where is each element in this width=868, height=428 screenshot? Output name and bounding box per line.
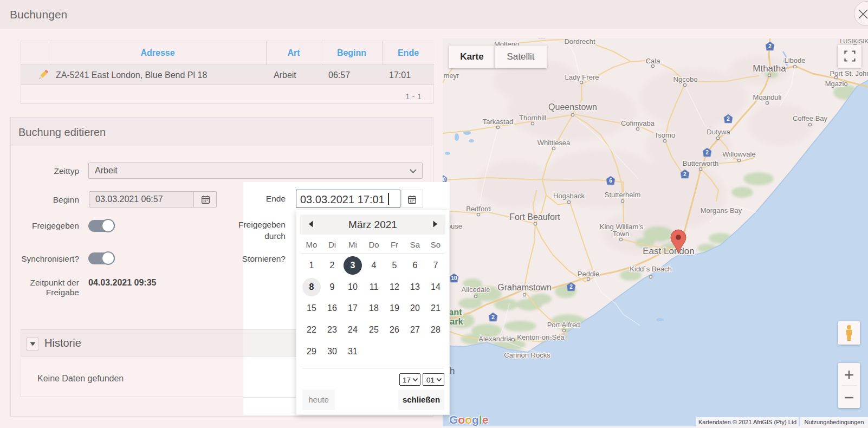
svg-text:2: 2	[683, 171, 686, 177]
svg-text:Tsomo: Tsomo	[655, 131, 675, 139]
svg-text:Dutywa: Dutywa	[707, 128, 730, 136]
svg-text:Tarkastad: Tarkastad	[483, 118, 513, 126]
svg-text:Port Alfred: Port Alfred	[547, 321, 580, 329]
svg-text:2: 2	[491, 314, 495, 320]
svg-text:Alexandria: Alexandria	[478, 335, 512, 343]
svg-text:Whittlesea: Whittlesea	[537, 139, 571, 147]
svg-text:Cannon Rocks: Cannon Rocks	[504, 351, 550, 359]
svg-text:Queenstown: Queenstown	[548, 102, 597, 112]
svg-text:h: h	[450, 366, 455, 376]
svg-text:meyr: meyr	[444, 72, 460, 80]
svg-text:Cofimvaba: Cofimvaba	[621, 119, 655, 127]
svg-text:2: 2	[768, 43, 772, 49]
svg-text:Grahamstown: Grahamstown	[497, 283, 552, 292]
svg-text:2: 2	[569, 284, 573, 290]
svg-text:2: 2	[705, 150, 709, 155]
svg-text:10: 10	[443, 177, 446, 183]
svg-text:Morgans Bay: Morgans Bay	[701, 206, 742, 215]
svg-text:Cala: Cala	[646, 57, 661, 65]
svg-text:Lady Frere: Lady Frere	[565, 73, 599, 81]
svg-text:6: 6	[609, 178, 612, 184]
svg-text:Butterworth: Butterworth	[683, 159, 718, 167]
svg-text:Kidd`s Beach: Kidd`s Beach	[630, 265, 671, 273]
svg-text:Hogsback: Hogsback	[553, 192, 585, 200]
svg-text:Town: Town	[613, 230, 629, 238]
svg-text:Peddie: Peddie	[578, 270, 599, 278]
svg-text:LUSIKISIKI: LUSIKISIKI	[840, 38, 868, 44]
svg-text:Libode: Libode	[784, 56, 805, 64]
svg-text:Thornhill: Thornhill	[519, 114, 546, 122]
svg-text:Willowvale: Willowvale	[722, 150, 755, 158]
svg-text:2: 2	[727, 116, 730, 122]
svg-text:Fort Beaufort: Fort Beaufort	[509, 212, 560, 222]
svg-text:Dordrecht: Dordrecht	[564, 38, 595, 46]
svg-text:Ngcobo: Ngcobo	[673, 75, 698, 83]
svg-text:Stutterheim: Stutterheim	[605, 191, 640, 199]
svg-text:Mthatha: Mthatha	[753, 63, 786, 74]
svg-text:10: 10	[451, 275, 457, 281]
svg-text:East London: East London	[643, 246, 694, 256]
svg-text:Mqanduli: Mqanduli	[753, 93, 782, 101]
svg-text:Coffee Bay: Coffee Bay	[793, 114, 828, 122]
svg-text:Kenton-on-Sea: Kenton-on-Sea	[517, 333, 565, 341]
svg-text:Mgazi: Mgazi	[825, 80, 844, 88]
svg-text:Bedford: Bedford	[466, 205, 491, 213]
svg-text:Alicedale: Alicedale	[462, 286, 490, 294]
